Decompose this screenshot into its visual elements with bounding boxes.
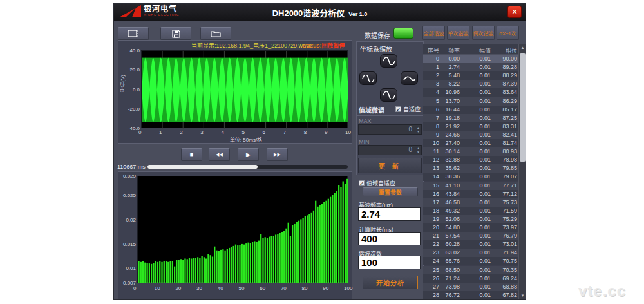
waveform-xtick: 10: [345, 129, 352, 135]
table-row[interactable]: 13 35.62 0.01 79.85: [423, 164, 518, 173]
waveform-xtick: 8: [304, 129, 310, 135]
zoom-up-button[interactable]: [380, 54, 397, 68]
max-input[interactable]: 0 ▲▼: [358, 124, 422, 135]
window-version: Ver 1.0: [348, 11, 367, 17]
table-row[interactable]: 8 21.92 0.01 83.31: [423, 122, 518, 131]
table-row[interactable]: 28 76.72 0.01 67.82: [423, 291, 518, 299]
waveform-xlabel: 单位: 50ms/格: [211, 136, 281, 143]
table-row[interactable]: 20 54.80 0.01 73.97: [423, 223, 518, 232]
play-button[interactable]: ▶: [238, 148, 259, 161]
display-mode-button[interactable]: [118, 27, 149, 40]
waveform-xtick: 3: [200, 129, 207, 135]
rewind-button[interactable]: ◀◀: [209, 148, 230, 161]
table-row[interactable]: 26 71.24 0.01 69.24: [423, 274, 518, 283]
status-label: Status:回放暂停: [302, 41, 345, 50]
table-row[interactable]: 19 52.06 0.01 75.29: [423, 215, 518, 223]
calc-duration-input[interactable]: 400: [358, 232, 421, 245]
table-row[interactable]: 22 60.28 0.01 73.01: [423, 240, 518, 249]
max-value: 0: [408, 126, 412, 133]
zoom-down-button[interactable]: [380, 88, 397, 102]
table-row[interactable]: 15 41.10 0.01 77.71: [423, 182, 518, 190]
waveform-plot[interactable]: [141, 50, 348, 128]
adaptive-checkbox[interactable]: ✓: [395, 106, 401, 112]
elapsed-time-label: 110667 ms: [117, 164, 146, 170]
waveform-ytick: 0.0: [123, 87, 140, 93]
min-input[interactable]: 0 ▲▼: [358, 145, 422, 155]
table-row[interactable]: 17 46.58 0.01 75.73: [423, 198, 518, 207]
sine-right-icon: [403, 75, 416, 82]
range-adaptive-checkbox[interactable]: ✓: [359, 180, 365, 186]
table-row[interactable]: 5 13.70 0.01 86.29: [423, 97, 518, 106]
start-analysis-button[interactable]: 开始分析: [363, 276, 418, 289]
table-row[interactable]: 16 43.84 0.01 77.12: [423, 190, 518, 198]
table-row[interactable]: 3 8.22 0.01 87.39: [423, 80, 518, 88]
table-row[interactable]: 4 10.96 0.01 83.64: [423, 88, 518, 97]
table-row[interactable]: 11 30.14 0.01 80.93: [423, 147, 518, 156]
table-row[interactable]: 2 5.48 0.01 88.29: [423, 71, 518, 80]
filter-button-2[interactable]: 偶次谐波: [472, 26, 495, 40]
col-header-index[interactable]: 序号: [425, 46, 439, 55]
table-row[interactable]: 7 19.18 0.01 87.25: [423, 114, 518, 122]
filter-button-1[interactable]: 单次谐波: [447, 26, 469, 40]
coord-zoom-label: 坐标系缩放: [360, 44, 392, 53]
zoom-right-button[interactable]: [401, 71, 418, 85]
table-row[interactable]: 10 27.40 0.01 81.74: [423, 139, 518, 147]
table-row[interactable]: 21 57.54 0.01 76.79: [423, 232, 518, 240]
range-adaptive-checkbox-row[interactable]: ✓ 值域自适应: [359, 179, 395, 187]
min-spinner[interactable]: ▲▼: [417, 146, 420, 154]
scroll-up-icon[interactable]: ▲: [519, 44, 526, 52]
waveform-xtick: 1: [159, 129, 166, 135]
col-header-amplitude[interactable]: 幅值: [462, 46, 491, 55]
spectrum-plot[interactable]: [137, 176, 348, 283]
max-spinner[interactable]: ▲▼: [417, 126, 420, 133]
table-row[interactable]: 25 68.50 0.01 70.35: [423, 266, 518, 274]
spectrum-ytick: 0.015: [118, 242, 136, 247]
table-row[interactable]: 6 16.44 0.01 85.17: [423, 106, 518, 114]
fast-forward-button[interactable]: ▶▶: [267, 148, 288, 161]
adaptive-checkbox-row[interactable]: ✓ 自适应: [395, 105, 421, 113]
scroll-down-icon[interactable]: ▼: [519, 292, 526, 299]
spectrum-xtick: 50: [239, 285, 249, 291]
update-button[interactable]: 更 新: [358, 158, 422, 173]
table-row[interactable]: 1 2.74 0.01 89.28: [423, 63, 518, 71]
table-scrollbar[interactable]: ▲ ▼: [518, 44, 526, 299]
play-icon: ▶: [246, 151, 251, 158]
sine-up-icon: [383, 57, 395, 65]
playback-progress-bar[interactable]: [147, 165, 348, 169]
table-row[interactable]: 27 73.98 0.01 68.88: [423, 283, 518, 291]
open-file-button[interactable]: [200, 27, 231, 40]
reset-params-button[interactable]: 重置参数: [363, 187, 418, 196]
table-row[interactable]: 24 65.76 0.01 70.75: [423, 257, 518, 265]
spectrum-xtick: 70: [281, 285, 291, 291]
filter-button-0[interactable]: 全部谐波: [422, 26, 445, 40]
sine-left-icon: [362, 75, 375, 82]
waveform-trace: [142, 51, 348, 129]
table-row[interactable]: 14 38.36 0.01 79.07: [423, 173, 518, 181]
save-icon: [172, 30, 180, 38]
col-header-frequency[interactable]: 频率: [440, 46, 460, 55]
waveform-xtick: 4: [221, 129, 227, 135]
filter-button-3[interactable]: 6X±1次: [497, 26, 519, 40]
table-row[interactable]: 0 0.00 0.01 90.00: [423, 55, 518, 63]
fundamental-freq-input[interactable]: 2.74: [358, 207, 421, 221]
range-adaptive-label: 值域自适应: [366, 179, 395, 187]
zoom-left-button[interactable]: [359, 71, 377, 85]
data-save-indicator-button[interactable]: [393, 28, 413, 39]
harmonic-count-input[interactable]: 100: [358, 256, 421, 269]
scrollbar-thumb[interactable]: [520, 53, 526, 162]
display-icon: [128, 30, 139, 37]
waveform-xtick: 0: [138, 129, 145, 135]
min-value: 0: [408, 146, 412, 153]
table-row[interactable]: 12 32.88 0.01 78.98: [423, 156, 518, 164]
table-row[interactable]: 18 49.32 0.01 71.59: [423, 207, 518, 215]
spectrum-xtick: 80: [302, 285, 312, 291]
save-button[interactable]: [160, 27, 191, 40]
stop-button[interactable]: ■: [181, 148, 202, 161]
table-row[interactable]: 23 63.02 0.01 71.94: [423, 249, 518, 257]
table-row[interactable]: 9 24.66 0.01 82.41: [423, 131, 518, 139]
col-header-phase[interactable]: 相位: [493, 46, 517, 55]
spectrum-xtick: 10: [155, 285, 165, 291]
spectrum-ytick: 0.029: [118, 173, 136, 179]
range-tune-label: 值域微调: [359, 105, 384, 115]
close-button[interactable]: ✕: [507, 6, 522, 18]
